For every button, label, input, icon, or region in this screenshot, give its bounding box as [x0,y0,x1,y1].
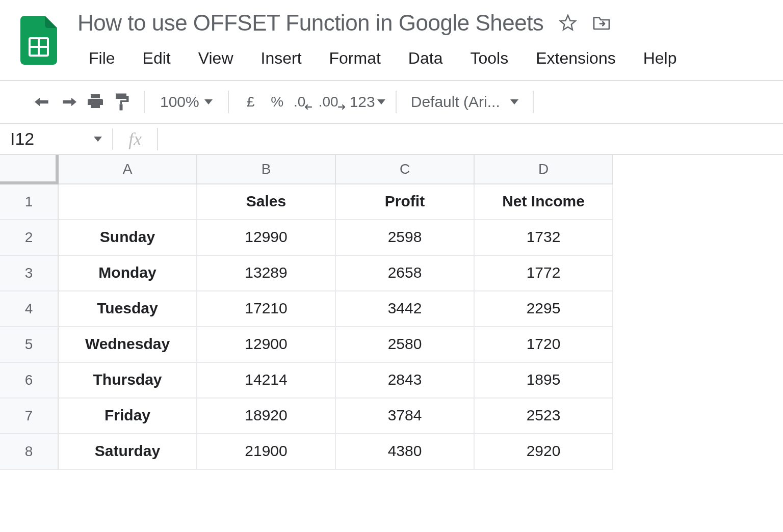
print-icon[interactable] [84,90,107,114]
cell-d2[interactable]: 1732 [475,220,613,256]
toolbar-separator [396,91,397,113]
more-formats-label: 123 [350,93,375,111]
font-dropdown[interactable]: Default (Ari... [407,93,523,111]
name-box-row: I12 fx [0,124,783,155]
row-header-8[interactable]: 8 [0,434,59,470]
name-box[interactable]: I12 [0,124,112,154]
cell-a6[interactable]: Thursday [59,363,197,398]
cell-d7[interactable]: 2523 [475,398,613,434]
cell-a4[interactable]: Tuesday [59,291,197,327]
decrease-decimal-label: .0 [294,94,305,110]
cell-d8[interactable]: 2920 [475,434,613,470]
menu-data[interactable]: Data [397,47,454,70]
cell-c5[interactable]: 2580 [336,327,475,363]
cell-d4[interactable]: 2295 [475,291,613,327]
formula-bar[interactable] [158,125,783,153]
cell-d5[interactable]: 1720 [475,327,613,363]
select-all-corner[interactable] [0,155,59,184]
sheets-logo-icon [20,16,57,65]
cell-d1[interactable]: Net Income [475,184,613,220]
titlebar: How to use OFFSET Function in Google She… [0,0,783,70]
column-header-b[interactable]: B [197,155,336,184]
cell-a5[interactable]: Wednesday [59,327,197,363]
increase-decimal-button[interactable]: .00 [319,90,347,114]
toolbar-separator [144,91,145,113]
zoom-dropdown[interactable]: 100% [155,93,218,111]
cell-b1[interactable]: Sales [197,184,336,220]
toolbar: 100% £ % .0 .00 123 Default (Ari... [0,80,783,124]
cell-c1[interactable]: Profit [336,184,475,220]
move-to-folder-icon[interactable] [592,14,611,32]
zoom-value: 100% [160,93,199,111]
menu-help[interactable]: Help [632,47,688,70]
cell-b6[interactable]: 14214 [197,363,336,398]
cell-b4[interactable]: 17210 [197,291,336,327]
row-header-7[interactable]: 7 [0,398,59,434]
name-box-value: I12 [10,129,34,149]
cell-d6[interactable]: 1895 [475,363,613,398]
menu-insert[interactable]: Insert [249,47,312,70]
cell-c6[interactable]: 2843 [336,363,475,398]
cell-b5[interactable]: 12900 [197,327,336,363]
cell-a1[interactable] [59,184,197,220]
toolbar-separator [533,91,534,113]
column-header-a[interactable]: A [59,155,197,184]
cell-a8[interactable]: Saturday [59,434,197,470]
menu-format[interactable]: Format [318,47,392,70]
cell-a2[interactable]: Sunday [59,220,197,256]
toolbar-separator [228,91,229,113]
column-header-c[interactable]: C [336,155,475,184]
row-header-1[interactable]: 1 [0,184,59,220]
column-header-d[interactable]: D [475,155,613,184]
format-currency-button[interactable]: £ [239,90,263,114]
font-name: Default (Ari... [411,93,500,111]
cell-c3[interactable]: 2658 [336,256,475,291]
menu-edit[interactable]: Edit [132,47,182,70]
redo-icon[interactable] [57,90,81,114]
svg-rect-4 [120,104,123,111]
cell-b3[interactable]: 13289 [197,256,336,291]
menu-file[interactable]: File [77,47,126,70]
undo-icon[interactable] [31,90,54,114]
cell-a7[interactable]: Friday [59,398,197,434]
menu-view[interactable]: View [187,47,245,70]
decrease-decimal-button[interactable]: .0 [292,90,316,114]
fx-icon: fx [112,128,157,150]
paint-format-icon[interactable] [110,90,134,114]
document-title[interactable]: How to use OFFSET Function in Google She… [77,10,543,36]
menu-extensions[interactable]: Extensions [525,47,627,70]
row-header-6[interactable]: 6 [0,363,59,398]
cell-b7[interactable]: 18920 [197,398,336,434]
cell-c4[interactable]: 3442 [336,291,475,327]
menu-tools[interactable]: Tools [459,47,519,70]
cell-c7[interactable]: 3784 [336,398,475,434]
cell-b2[interactable]: 12990 [197,220,336,256]
chevron-down-icon [204,99,213,104]
cell-b8[interactable]: 21900 [197,434,336,470]
format-percent-button[interactable]: % [266,90,289,114]
chevron-down-icon [510,99,518,104]
more-formats-button[interactable]: 123 [350,93,385,111]
star-icon[interactable] [559,14,577,32]
row-header-3[interactable]: 3 [0,256,59,291]
chevron-down-icon [94,137,102,142]
row-header-4[interactable]: 4 [0,291,59,327]
spreadsheet-grid: A B C D 1 Sales Profit Net Income 2 Sund… [0,155,783,470]
cell-c2[interactable]: 2598 [336,220,475,256]
cell-a3[interactable]: Monday [59,256,197,291]
cell-d3[interactable]: 1772 [475,256,613,291]
chevron-down-icon [377,99,385,104]
increase-decimal-label: .00 [319,94,338,110]
cell-c8[interactable]: 4380 [336,434,475,470]
svg-marker-3 [560,15,576,30]
row-header-2[interactable]: 2 [0,220,59,256]
row-header-5[interactable]: 5 [0,327,59,363]
menu-bar: File Edit View Insert Format Data Tools … [77,47,783,70]
